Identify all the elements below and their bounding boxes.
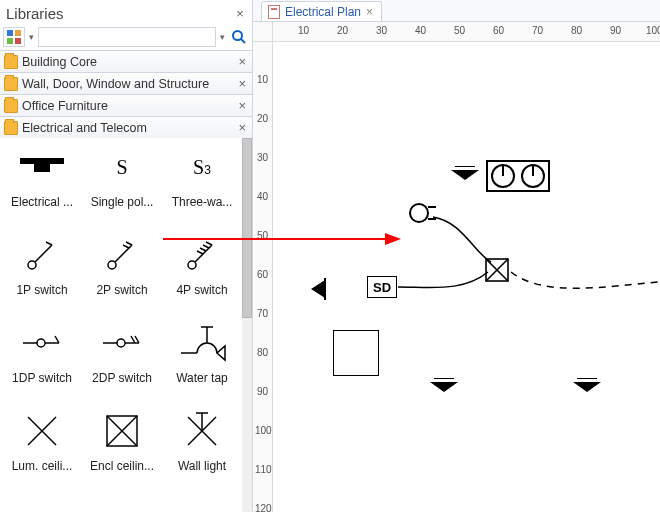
ruler-tick: 10 bbox=[298, 25, 309, 36]
1dp-switch-icon bbox=[12, 318, 72, 368]
shape-label: Water tap bbox=[176, 371, 228, 385]
shape-label: Lum. ceili... bbox=[12, 459, 73, 473]
placed-rectangle[interactable] bbox=[333, 330, 379, 376]
svg-line-13 bbox=[126, 242, 132, 245]
single-pole-icon: S bbox=[92, 142, 152, 192]
folder-icon bbox=[4, 77, 18, 91]
svg-marker-57 bbox=[311, 280, 325, 298]
shape-item[interactable]: 1DP switch bbox=[2, 318, 82, 406]
svg-line-24 bbox=[55, 336, 59, 343]
svg-marker-61 bbox=[573, 382, 601, 392]
placed-double-gauge[interactable] bbox=[486, 160, 550, 192]
shapes-area: Electrical ... S Single pol... S3 Three-… bbox=[0, 138, 252, 512]
shape-item[interactable]: S Single pol... bbox=[82, 142, 162, 230]
category-row[interactable]: Office Furniture × bbox=[0, 94, 252, 116]
ruler-tick: 90 bbox=[610, 25, 621, 36]
shape-label: 2DP switch bbox=[92, 371, 152, 385]
ruler-tick: 100 bbox=[255, 425, 272, 436]
category-row[interactable]: Wall, Door, Window and Structure × bbox=[0, 72, 252, 94]
svg-line-29 bbox=[131, 336, 135, 343]
svg-line-12 bbox=[115, 245, 132, 262]
search-icon bbox=[231, 29, 247, 45]
svg-point-8 bbox=[28, 261, 36, 269]
ruler-tick: 40 bbox=[257, 191, 268, 202]
panel-close-button[interactable]: × bbox=[234, 6, 246, 21]
placed-symbol[interactable] bbox=[430, 378, 458, 394]
shape-label: Single pol... bbox=[91, 195, 154, 209]
placed-symbol[interactable] bbox=[451, 166, 479, 182]
shape-item[interactable]: Wall light bbox=[162, 406, 242, 494]
three-way-icon: S3 bbox=[172, 142, 232, 192]
panel-header: Libraries × bbox=[0, 0, 252, 24]
ruler-tick: 40 bbox=[415, 25, 426, 36]
svg-rect-7 bbox=[34, 164, 50, 172]
category-row[interactable]: Building Core × bbox=[0, 50, 252, 72]
tab-close-button[interactable]: × bbox=[366, 5, 373, 19]
ruler-tick: 70 bbox=[532, 25, 543, 36]
shape-item[interactable]: Water tap bbox=[162, 318, 242, 406]
shapes-grid: Electrical ... S Single pol... S3 Three-… bbox=[0, 138, 242, 512]
shape-label: 1DP switch bbox=[12, 371, 72, 385]
ruler-tick: 110 bbox=[255, 464, 272, 475]
shapes-scrollbar[interactable] bbox=[242, 138, 252, 512]
svg-line-5 bbox=[241, 39, 245, 43]
lum-ceiling-icon bbox=[12, 406, 72, 456]
ruler-tick: 100 bbox=[646, 25, 660, 36]
ruler-tick: 20 bbox=[337, 25, 348, 36]
placed-encl-ceiling[interactable] bbox=[485, 258, 509, 282]
tab-title: Electrical Plan bbox=[285, 5, 361, 19]
electrical-symbol-icon bbox=[12, 142, 72, 192]
1p-switch-icon bbox=[12, 230, 72, 280]
water-tap-icon bbox=[172, 318, 232, 368]
shape-item[interactable]: 1P switch bbox=[2, 230, 82, 318]
ruler-corner bbox=[253, 22, 273, 42]
shape-item[interactable]: Encl ceilin... bbox=[82, 406, 162, 494]
drawing-stage: Electrical Plan × 10 20 30 40 50 60 70 8… bbox=[253, 0, 660, 512]
folder-icon bbox=[4, 99, 18, 113]
category-close-button[interactable]: × bbox=[238, 120, 246, 135]
svg-marker-31 bbox=[217, 346, 225, 360]
shape-item[interactable]: Electrical ... bbox=[2, 142, 82, 230]
drawing-canvas[interactable]: SD bbox=[273, 42, 660, 512]
tab-bar: Electrical Plan × bbox=[253, 0, 660, 22]
horizontal-ruler: 10 20 30 40 50 60 70 80 90 100 bbox=[273, 22, 660, 42]
shape-item[interactable]: S3 Three-wa... bbox=[162, 142, 242, 230]
shape-label: Wall light bbox=[178, 459, 226, 473]
svg-line-20 bbox=[197, 251, 203, 254]
category-close-button[interactable]: × bbox=[238, 76, 246, 91]
category-close-button[interactable]: × bbox=[238, 54, 246, 69]
search-button[interactable] bbox=[229, 27, 249, 47]
svg-point-26 bbox=[117, 339, 125, 347]
placed-symbol[interactable] bbox=[573, 378, 601, 394]
library-search-input[interactable] bbox=[38, 27, 216, 47]
shape-item[interactable]: 2P switch bbox=[82, 230, 162, 318]
tab-electrical-plan[interactable]: Electrical Plan × bbox=[261, 1, 382, 21]
panel-title: Libraries bbox=[6, 5, 234, 22]
shape-item[interactable]: Lum. ceili... bbox=[2, 406, 82, 494]
wiring-curves bbox=[393, 202, 660, 322]
placed-symbol[interactable] bbox=[311, 278, 329, 300]
library-grid-icon bbox=[7, 30, 21, 44]
shape-label: 1P switch bbox=[16, 283, 67, 297]
svg-point-11 bbox=[108, 261, 116, 269]
ruler-tick: 70 bbox=[257, 308, 268, 319]
folder-icon bbox=[4, 121, 18, 135]
svg-line-10 bbox=[46, 242, 52, 245]
ruler-tick: 30 bbox=[376, 25, 387, 36]
vertical-ruler: 10 20 30 40 50 60 70 80 90 100 110 120 bbox=[253, 42, 273, 512]
sd-label: SD bbox=[373, 280, 391, 295]
svg-rect-1 bbox=[15, 30, 21, 36]
shape-label: Electrical ... bbox=[11, 195, 73, 209]
ruler-tick: 90 bbox=[257, 386, 268, 397]
category-label: Building Core bbox=[22, 55, 238, 69]
shape-label: 2P switch bbox=[96, 283, 147, 297]
category-close-button[interactable]: × bbox=[238, 98, 246, 113]
library-menu-button[interactable] bbox=[3, 27, 25, 47]
category-label: Wall, Door, Window and Structure bbox=[22, 77, 238, 91]
ruler-tick: 10 bbox=[257, 74, 268, 85]
shape-label: Three-wa... bbox=[172, 195, 233, 209]
category-row[interactable]: Electrical and Telecom × bbox=[0, 116, 252, 138]
ruler-tick: 80 bbox=[257, 347, 268, 358]
shape-item[interactable]: 2DP switch bbox=[82, 318, 162, 406]
placed-sd-box[interactable]: SD bbox=[367, 276, 397, 298]
